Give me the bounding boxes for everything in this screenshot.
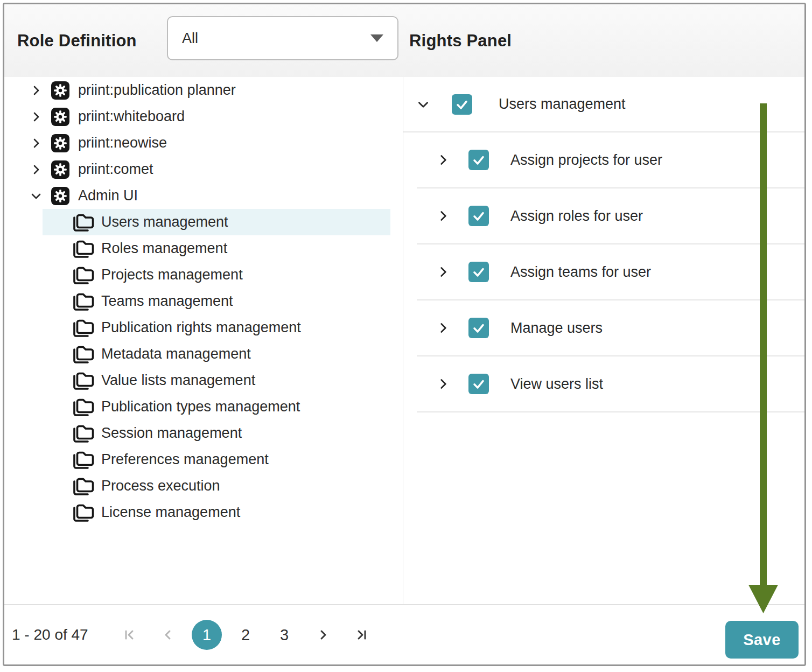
rights-item-label: Users management [499,96,626,113]
tree-item-label: Value lists management [101,372,255,389]
tree-item-label: priint:publication planner [78,82,236,99]
chevron-right-icon[interactable] [30,84,43,97]
tree-item-label: priint:comet [78,161,153,178]
chevron-right-icon[interactable] [436,153,450,167]
tree-item-label: Teams management [101,293,233,310]
folder-icon [72,344,94,365]
chevron-right-icon[interactable] [436,377,450,391]
page-1-button[interactable]: 1 [187,615,226,654]
tree-item-priint-comet[interactable]: priint:comet [4,156,403,183]
chevron-down-icon[interactable] [30,190,43,202]
folder-icon [72,476,94,496]
header-bar: Role Definition All Rights Panel [4,4,804,77]
chevron-left-icon [160,627,176,643]
gear-icon [51,187,69,205]
tree-item-preferences-management[interactable]: Preferences management [43,446,390,473]
folder-icon [72,450,94,470]
tree-item-label: Users management [101,214,228,230]
checkbox-checked[interactable] [468,318,489,338]
rights-item-label: Assign teams for user [510,264,651,281]
rights-item-label: View users list [510,376,603,393]
tree-item-label: Session management [101,425,242,442]
chevron-down-icon [370,34,383,42]
checkmark-icon [470,319,487,337]
chevron-down-icon[interactable] [416,97,430,111]
tree-item-value-lists-management[interactable]: Value lists management [43,367,390,394]
tree-item-process-execution[interactable]: Process execution [43,473,390,499]
folder-icon [72,397,94,417]
rights-item-assign-teams-for-user[interactable]: Assign teams for user [417,244,804,300]
tree-item-label: Publication rights management [101,319,301,336]
role-filter-value: All [182,30,198,47]
checkmark-icon [470,151,487,169]
rights-item-assign-roles-for-user[interactable]: Assign roles for user [417,188,804,244]
pagination-controls: 123 [110,605,381,664]
tree-item-priint-publication-planner[interactable]: priint:publication planner [4,77,403,103]
tree-item-priint-neowise[interactable]: priint:neowise [4,130,403,156]
chevron-right-icon[interactable] [30,137,43,150]
tree-item-projects-management[interactable]: Projects management [43,262,390,288]
page-2-button[interactable]: 2 [226,615,265,654]
tree-item-label: Metadata management [101,346,251,362]
tree-item-publication-types-management[interactable]: Publication types management [43,394,390,420]
chevron-right-icon[interactable] [436,265,450,279]
role-definition-title: Role Definition [17,4,137,77]
tree-item-metadata-management[interactable]: Metadata management [43,341,390,367]
tree-item-label: Publication types management [101,398,300,415]
role-definition-window: Role Definition All Rights Panel priint:… [3,3,806,666]
rights-panel: Users managementAssign projects for user… [403,77,804,412]
gear-icon [51,134,69,152]
tree-item-label: Process execution [101,478,220,494]
chevron-right-icon[interactable] [30,163,43,176]
page-3-button[interactable]: 3 [265,615,304,654]
gear-icon [51,81,69,100]
checkbox-checked[interactable] [452,94,472,115]
rights-item-users-management[interactable]: Users management [403,77,804,132]
checkmark-icon [470,207,487,225]
tree-item-users-management[interactable]: Users management [43,209,390,235]
rights-item-label: Assign projects for user [510,152,662,169]
last-page-icon [354,627,370,643]
tree-item-label: Roles management [101,240,227,257]
checkmark-icon [453,96,471,113]
rights-item-manage-users[interactable]: Manage users [417,300,804,356]
checkbox-checked[interactable] [468,262,489,282]
rights-item-label: Manage users [510,320,603,337]
tree-item-priint-whiteboard[interactable]: priint:whiteboard [4,103,403,130]
tree-item-publication-rights-management[interactable]: Publication rights management [43,314,390,341]
chevron-right-icon[interactable] [30,110,43,123]
first-page-button[interactable] [110,615,149,654]
checkmark-icon [470,263,487,281]
chevron-right-icon[interactable] [436,209,450,223]
checkmark-icon [470,375,487,393]
tree-item-license-management[interactable]: License management [43,499,390,526]
folder-icon [72,370,94,391]
previous-page-button[interactable] [149,615,187,654]
rights-item-view-users-list[interactable]: View users list [417,356,804,412]
first-page-icon [121,627,137,643]
tree-item-label: Preferences management [101,451,269,468]
folder-icon [72,265,94,285]
chevron-right-icon[interactable] [436,321,450,335]
checkbox-checked[interactable] [468,374,489,394]
tree-item-label: priint:whiteboard [78,108,185,125]
role-tree-panel: priint:publication planner priint:whiteb… [4,77,403,526]
tree-item-session-management[interactable]: Session management [43,420,390,446]
pagination-range: 1 - 20 of 47 [12,605,88,664]
last-page-button[interactable] [342,615,381,654]
tree-item-admin-ui[interactable]: Admin UI [4,183,403,209]
checkbox-checked[interactable] [468,150,489,170]
active-page-circle: 1 [192,620,222,650]
folder-icon [72,502,94,523]
checkbox-checked[interactable] [468,206,489,226]
tree-item-teams-management[interactable]: Teams management [43,288,390,314]
gear-icon [51,160,69,179]
next-page-button[interactable] [304,615,342,654]
rights-panel-title: Rights Panel [409,4,512,77]
tree-item-roles-management[interactable]: Roles management [43,235,390,262]
rights-item-assign-projects-for-user[interactable]: Assign projects for user [417,132,804,188]
footer-bar: 1 - 20 of 47 123 Save [4,604,804,664]
save-button[interactable]: Save [725,621,799,659]
role-filter-dropdown[interactable]: All [167,16,398,60]
gear-icon [51,108,69,126]
